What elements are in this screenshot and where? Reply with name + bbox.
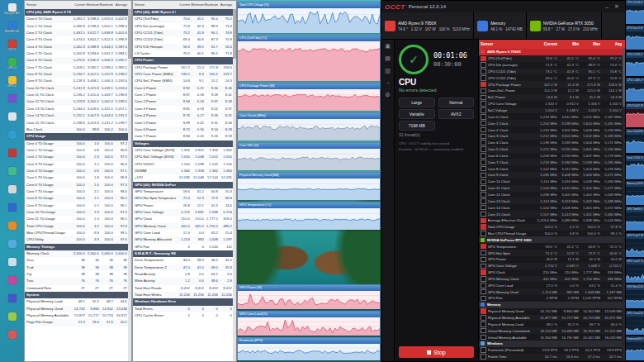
desktop-icon[interactable] <box>0 291 24 309</box>
row-checkbox[interactable] <box>481 296 486 302</box>
cpu-icon[interactable]: ▤ <box>385 55 391 62</box>
sensor-section-row[interactable]: CPU Usage <box>25 133 128 140</box>
sensor-row[interactable]: GPU Power26.812.141.324.6 <box>133 202 233 209</box>
sensor-graph[interactable]: Physical Memory Used [MB] <box>237 172 381 200</box>
monitoring-row[interactable]: Core 10 Clock5,110 MHz3,416 MHz5,418 MHz… <box>479 179 623 185</box>
column-header[interactable]: Current <box>176 1 190 9</box>
row-checkbox[interactable] <box>481 166 486 172</box>
sensor-section-row[interactable]: Memory Timings <box>25 244 128 250</box>
row-checkbox[interactable] <box>481 244 486 250</box>
row-checkbox[interactable] <box>481 335 486 341</box>
desktop-icon[interactable] <box>0 145 24 164</box>
row-checkbox[interactable] <box>481 212 486 217</box>
graph-thumbnail[interactable]: GPU Clock210 <box>626 311 644 335</box>
desktop-icon[interactable] <box>0 218 24 236</box>
sensor-row[interactable]: CPU (Tctl/Tdie)74.645.195.076.2 <box>133 16 233 22</box>
sensor-graph[interactable]: Total CPU Usage [%] <box>237 2 381 33</box>
sensor-row[interactable]: Core 4 Power8.760.179.188.31 <box>133 112 233 119</box>
monitoring-section-row[interactable]: Memory <box>479 302 623 308</box>
sensor-row[interactable]: GPU Hot Spot Temperature71.452.372.966.8 <box>133 195 233 202</box>
sensor-row[interactable]: Read Activity0.80.064.23.4 <box>133 271 233 278</box>
monitoring-row[interactable]: Frame Time16.7 ms16.6 ms17.2 ms16.7 ms <box>479 354 623 360</box>
row-checkbox[interactable] <box>481 264 486 269</box>
row-checkbox[interactable] <box>481 224 486 230</box>
sensor-row[interactable]: Core 10 T0 Usage100.01.9100.097.0 <box>25 209 128 216</box>
monitoring-row[interactable]: Core 12 Clock5,098 MHz3,405 MHz5,402 MHz… <box>479 192 623 198</box>
sensor-row[interactable]: Core 5 T0 Usage100.01.8100.096.9 <box>25 174 128 181</box>
row-checkbox[interactable] <box>481 185 486 191</box>
monitoring-section-row[interactable]: Windows <box>479 341 623 347</box>
sensor-row[interactable]: Tras76767676 <box>25 278 128 284</box>
sensor-row[interactable]: CPU Core Voltage (SVI3)1.3200.9121.3561.… <box>133 147 233 154</box>
sensor-row[interactable]: CPU Core Power (SMU)136.58.3140.2129.7 <box>133 71 233 78</box>
sensor-row[interactable]: Physical Memory Available15,87715,71720,… <box>25 312 128 319</box>
sensor-row[interactable]: CPU IOD Hotspot58.339.261.756.4 <box>133 44 233 50</box>
row-checkbox[interactable] <box>481 322 486 327</box>
desktop-icon[interactable] <box>0 236 24 255</box>
row-checkbox[interactable] <box>481 289 486 295</box>
desktop-icon[interactable]: GPU-Z <box>0 73 24 91</box>
desktop-icon[interactable] <box>0 309 24 327</box>
sensor-row[interactable]: Core 6 T0 Usage100.01.4100.097.3 <box>25 182 128 188</box>
sensor-row[interactable]: Core 7 T0 Usage100.02.1100.096.6 <box>25 188 128 195</box>
column-header[interactable]: Current <box>71 1 85 9</box>
settings-icon[interactable]: ⚙ <box>385 92 390 98</box>
config-value[interactable]: Variable <box>399 109 435 119</box>
row-checkbox[interactable] <box>481 88 486 94</box>
sensor-row[interactable]: Core 4 T0 Clock5,462.33,588.95,604.55,38… <box>25 44 128 50</box>
column-header[interactable]: Current <box>536 40 557 49</box>
desktop-icon[interactable] <box>0 164 24 182</box>
sensor-row[interactable]: Core 2 Power8.940.249.378.49 <box>133 98 233 105</box>
row-checkbox[interactable] <box>481 308 486 314</box>
row-checkbox[interactable] <box>481 269 486 275</box>
sensor-row[interactable]: Core 6 Power8.720.169.148.28 <box>133 126 233 133</box>
sensor-row[interactable]: Core 1 Power8.870.189.288.41 <box>133 92 233 98</box>
monitoring-row[interactable]: Core 6 Clock5,208 MHz3,590 MHz5,607 MHz5… <box>479 153 623 160</box>
sensor-graph[interactable]: CPU (Tctl/Tdie) [°C] <box>237 35 381 81</box>
row-checkbox[interactable] <box>481 179 486 185</box>
sensor-section-row[interactable]: GPU [#0]: NVIDIA GeForce RTX 3050 <box>133 182 233 188</box>
sensor-graph[interactable]: CPU Package Power [W] <box>237 83 381 111</box>
row-checkbox[interactable] <box>481 198 486 204</box>
graph-thumbnail[interactable]: CPU (Tctl/Tdie)74.6° <box>626 0 644 24</box>
graph-thumbnail[interactable]: GPU Power27 W <box>626 233 644 257</box>
sensor-row[interactable]: Physical Memory Used14,7429,86614,90213,… <box>25 306 128 312</box>
graph-thumbnail[interactable]: Framerate59.9 <box>626 336 644 360</box>
row-checkbox[interactable] <box>481 62 486 68</box>
scrollbar[interactable] <box>233 9 236 361</box>
sensor-row[interactable]: Core 12 T0 Clock5,229.83,405.25,402.45,1… <box>25 98 128 105</box>
sensor-row[interactable]: Trp38383838 <box>25 271 128 278</box>
sensor-row[interactable]: Trcd38383838 <box>25 264 128 271</box>
sensor-row[interactable]: Core 11 T0 Clock5,236.23,410.45,409.75,1… <box>25 92 128 98</box>
monitoring-row[interactable]: Total CPU Usage100.0 %4.2 %100.0 %97.8 % <box>479 224 623 231</box>
row-checkbox[interactable] <box>481 69 486 74</box>
sensor-row[interactable]: Core 1 T0 Clock5,466.93,598.45,610.15,39… <box>25 23 128 30</box>
history-icon[interactable]: ◔ <box>386 80 389 86</box>
row-checkbox[interactable] <box>481 153 486 159</box>
desktop-icon[interactable] <box>0 273 24 291</box>
sensor-row[interactable]: CPU Package Power167.221.4171.8158.6 <box>133 64 233 71</box>
monitoring-row[interactable]: Physical Memory Used14,742 MB9,866 MB14,… <box>479 308 623 315</box>
row-checkbox[interactable] <box>481 127 486 133</box>
sensor-row[interactable]: GPU Core Load17.00.063.215.4 <box>133 230 233 236</box>
graph-thumbnail[interactable]: Core Clocks5219 <box>626 129 644 153</box>
sensor-row[interactable]: Core 3 Power8.810.199.228.37 <box>133 106 233 112</box>
sensor-row[interactable]: Core 0 T0 Clock5,491.23,598.45,615.65,40… <box>25 16 128 22</box>
sensor-graph[interactable]: GPU Core Load [%] <box>237 311 381 336</box>
config-value[interactable]: 7168 MB <box>399 121 435 131</box>
sensor-row[interactable]: Core 15 T0 Clock5,238.63,413.35,411.25,1… <box>25 120 128 126</box>
sensor-row[interactable]: Core 0 T0 Usage100.01.6100.097.2 <box>25 141 128 147</box>
monitoring-row[interactable]: Physical Memory Available15,877 MB15,717… <box>479 315 623 322</box>
row-checkbox[interactable] <box>481 75 486 81</box>
desktop-icon[interactable] <box>0 255 24 273</box>
row-checkbox[interactable] <box>481 250 486 256</box>
monitoring-row[interactable]: GPU Temperature59.6 °C41.2 °C60.8 °C55.3… <box>479 243 623 250</box>
device-tile-gpu[interactable]: NVIDIA GeForce RTX 305059.6 °27 W17.0 %2… <box>527 12 602 39</box>
column-header[interactable]: Maximum <box>99 1 113 9</box>
row-checkbox[interactable] <box>481 114 486 120</box>
sensor-row[interactable]: GPU Temperature59.641.260.855.3 <box>133 188 233 195</box>
monitoring-row[interactable]: SoC Power14.8 W9.1 W15.2 W14.3 W <box>479 94 623 101</box>
monitoring-row[interactable]: GPU Clock210 MHz210 MHz1,777 MHz318 MHz <box>479 269 623 276</box>
monitoring-row[interactable]: Core 14 Clock5,100 MHz3,408 MHz5,405 MHz… <box>479 204 623 211</box>
sensor-row[interactable]: +12V12.09612.04812.14412.091 <box>133 174 233 181</box>
